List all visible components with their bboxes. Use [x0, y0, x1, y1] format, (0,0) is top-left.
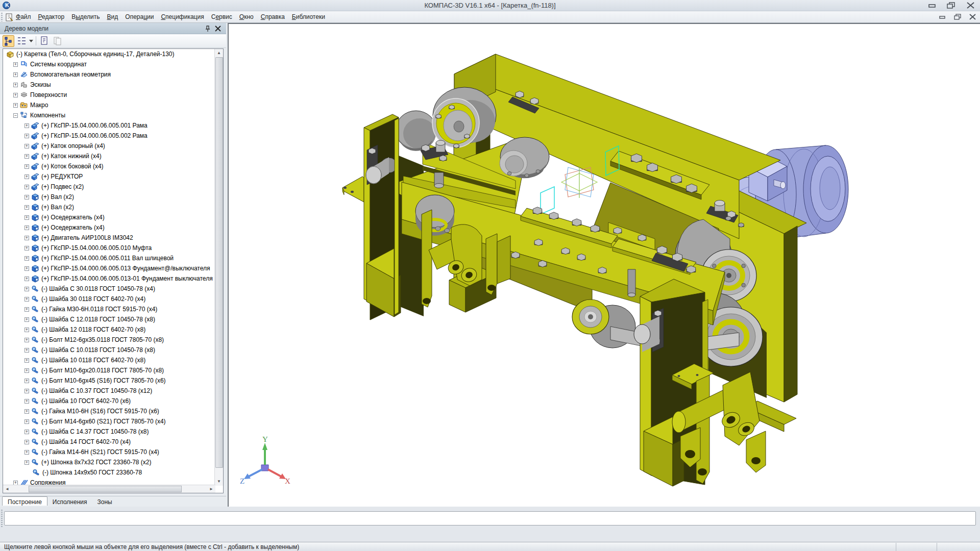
svg-text:X: X: [285, 477, 290, 485]
svg-text:Y: Y: [262, 435, 268, 443]
svg-text:Z: Z: [240, 477, 244, 485]
